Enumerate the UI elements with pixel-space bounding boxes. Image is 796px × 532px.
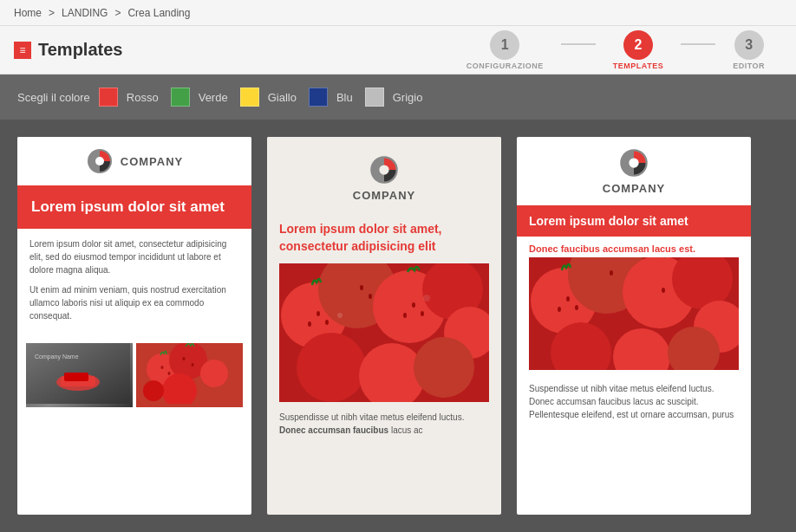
svg-point-31 [308,321,311,327]
card3-company-name: COMPANY [603,182,665,195]
svg-point-28 [414,337,474,398]
svg-text:Company Name: Company Name [35,354,79,360]
svg-point-11 [200,360,228,387]
color-swatch-rosso[interactable] [99,88,118,107]
svg-point-37 [337,313,343,318]
template-card-2[interactable]: COMPANY Lorem ipsum dolor sit amet, cons… [267,137,501,515]
header-left: ≡ Templates [14,40,122,60]
card1-company-name: COMPANY [121,155,183,168]
svg-point-34 [412,302,415,308]
svg-point-14 [161,366,164,369]
svg-point-17 [192,363,194,367]
card2-hero: Lorem ipsum dolor sit amet, consectetur … [267,212,501,263]
step-connector-2 [681,43,715,45]
svg-point-33 [369,294,372,299]
card3-header: COMPANY [517,137,751,205]
card2-body: Suspendisse ut nibh vitae metus eleifend… [267,402,501,445]
step-1-circle: 1 [490,30,519,60]
page-header: ≡ Templates 1 CONFIGURAZIONE 2 TEMPLATES… [0,26,796,75]
step-1-label: CONFIGURAZIONE [467,62,544,70]
svg-point-54 [662,288,665,293]
menu-icon[interactable]: ≡ [14,42,31,59]
step-3[interactable]: 3 EDITOR [733,30,765,70]
breadcrumb: Home > LANDING > Crea Landing [0,0,796,26]
template-card-1[interactable]: COMPANY Lorem ipsum dolor sit amet Lorem… [17,137,251,515]
color-name-verde: Verde [199,91,228,104]
svg-point-1 [95,157,104,165]
color-swatch-grigio[interactable] [365,88,384,107]
card3-hero: Lorem ipsum dolor sit amet [517,205,751,237]
card1-images: Company Name [17,338,251,412]
breadcrumb-home[interactable]: Home [14,7,42,19]
template-card-3[interactable]: COMPANY Lorem ipsum dolor sit amet Donec… [517,137,751,515]
card1-thumb-car: Company Name [26,343,133,407]
svg-point-30 [325,320,329,325]
svg-point-19 [379,165,388,174]
svg-point-35 [421,311,424,316]
card1-thumb-strawberry [136,343,243,407]
svg-point-16 [183,357,186,360]
step-1[interactable]: 1 CONFIGURAZIONE [467,30,544,70]
card2-strawberry-image [279,263,489,402]
card1-header: COMPANY [17,137,251,185]
step-connector-1 [561,43,596,45]
step-2[interactable]: 2 TEMPLATES [613,30,663,70]
breadcrumb-landing[interactable]: LANDING [62,7,108,19]
svg-point-51 [575,305,578,310]
svg-rect-6 [64,373,88,381]
svg-point-53 [610,270,613,276]
step-3-circle: 3 [734,30,764,60]
svg-point-15 [168,372,171,375]
color-name-blu: Blu [336,91,353,104]
color-bar: Scegli il colore Rosso Verde Giallo Blu … [0,75,796,120]
color-swatch-giallo[interactable] [240,88,259,107]
svg-point-36 [403,313,407,318]
steps-nav: 1 CONFIGURAZIONE 2 TEMPLATES 3 EDITOR [449,30,782,70]
color-name-giallo: Giallo [268,91,297,104]
color-bar-label: Scegli il colore [17,91,90,104]
logo-icon-1 [86,147,114,175]
svg-point-32 [360,285,363,290]
card3-subtext: Donec faucibus accumsan lacus est. [517,237,751,257]
svg-point-40 [629,158,638,167]
svg-point-13 [143,380,164,401]
breadcrumb-sep1: > [49,7,55,19]
breadcrumb-crea: Crea Landing [127,7,190,19]
card2-header: COMPANY [267,137,501,212]
card1-body: Lorem ipsum dolor sit amet, consectetur … [17,229,251,338]
card1-hero: Lorem ipsum dolor sit amet [17,185,251,229]
card3-body: Suspendisse ut nibh vitae metus eleifend… [517,377,751,426]
svg-point-29 [316,311,320,316]
breadcrumb-sep2: > [114,7,121,19]
svg-point-26 [297,333,366,402]
logo-icon-2 [369,154,400,185]
svg-point-38 [423,295,430,302]
color-swatch-verde[interactable] [171,88,190,107]
card3-strawberry-image [529,257,739,370]
logo-icon-3 [618,147,649,178]
page-title: Templates [38,40,122,60]
svg-point-52 [558,307,561,312]
color-swatch-blu[interactable] [309,88,328,107]
step-2-label: TEMPLATES [613,62,663,70]
templates-area: COMPANY Lorem ipsum dolor sit amet Lorem… [0,120,796,532]
card2-company-name: COMPANY [353,189,415,202]
svg-point-50 [566,296,570,302]
color-name-grigio: Grigio [393,91,423,104]
step-2-circle: 2 [623,30,653,60]
color-name-rosso: Rosso [127,91,159,104]
step-3-label: EDITOR [733,62,765,70]
